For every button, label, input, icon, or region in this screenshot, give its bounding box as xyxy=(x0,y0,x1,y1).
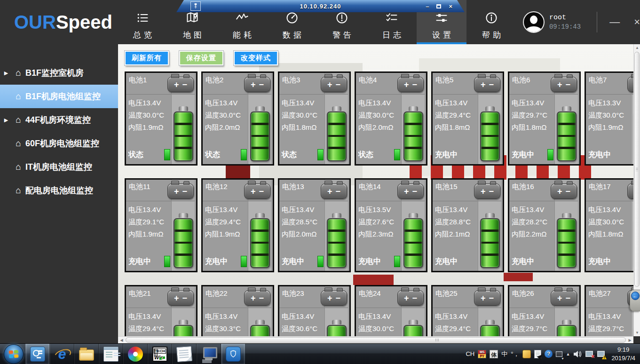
battery-card[interactable]: 电池11 电压13.4V 温度29.1°C 内阻1.9mΩ 充电中 +− xyxy=(125,178,198,272)
change-style-button[interactable]: 改变样式 xyxy=(234,51,278,65)
scroll-left-arrow[interactable]: ◀ xyxy=(118,337,125,344)
battery-terminals-icon: +− xyxy=(551,183,577,199)
horizontal-scroll-thumb[interactable] xyxy=(126,337,626,343)
battery-terminals-icon: +− xyxy=(627,183,633,199)
battery-card[interactable]: 电池3 电压13.4V 温度30.0°C 内阻1.8mΩ 状态 +− xyxy=(278,71,351,166)
battery-card[interactable]: 电池1 电压13.4V 温度30.0°C 内阻1.9mΩ 状态 +− xyxy=(125,71,198,166)
battery-level-icon xyxy=(174,325,193,336)
battery-card[interactable]: 电池25 电压13.4V 温度29.4°C 内阻2.0mΩ +− xyxy=(431,285,504,336)
sidebar-item-0[interactable]: ▶ ⌂ B1F监控室机房 xyxy=(0,61,118,85)
nav-tab-overview[interactable]: 总览 xyxy=(118,0,167,44)
battery-card[interactable]: 电池22 电压13.4V 温度30.3°C 内阻2.2mΩ +− xyxy=(201,285,274,336)
rdp-close-button[interactable]: × xyxy=(449,3,452,9)
taskbar-control-panel-button[interactable] xyxy=(25,344,50,364)
horizontal-scrollbar[interactable]: ◀ ▶ xyxy=(118,336,633,343)
battery-name: 电池24 xyxy=(356,286,401,308)
user-avatar[interactable] xyxy=(523,11,545,33)
battery-info-panel: 电池3 电压13.4V 温度30.0°C 内阻1.8mΩ 状态 xyxy=(279,73,324,164)
sidebar-item-2[interactable]: ▶ ⌂ 44F机房环境监控 xyxy=(0,108,118,132)
battery-card[interactable]: 电池21 电压13.4V 温度29.4°C 内阻1.6mΩ +− xyxy=(125,285,198,336)
sidebar-item-label: 配电房电池组监控 xyxy=(25,185,93,196)
clock-date: 2019/7/4 xyxy=(611,354,635,363)
battery-level-icon xyxy=(557,111,577,161)
battery-icon-panel: +− xyxy=(171,180,195,271)
battery-terminals-icon: +− xyxy=(244,183,270,199)
battery-name: 电池22 xyxy=(203,286,248,308)
battery-readings: 电压13.5V 温度27.6°C 内阻2.3mΩ xyxy=(356,201,401,240)
battery-resistance: 内阻1.9mΩ xyxy=(128,121,171,134)
expand-arrow-icon[interactable]: ▶ xyxy=(0,117,12,123)
battery-card[interactable]: 电池27 电压13.4V 温度29.7°C 内阻1.8mΩ +− xyxy=(585,285,633,336)
battery-card[interactable]: 电池15 电压13.4V 温度28.8°C 内阻2.1mΩ 充电中 +− xyxy=(431,178,504,272)
sidebar-item-label: 44F机房环境监控 xyxy=(25,114,91,126)
taskbar-wintech-button[interactable]: TECHWin xyxy=(148,344,172,364)
taskbar-window-app-button[interactable] xyxy=(99,344,123,364)
nav-tab-help[interactable]: 帮助 xyxy=(466,0,516,44)
ime-pinyin-icon[interactable]: MS PY xyxy=(478,350,486,358)
battery-card[interactable]: 电池12 电压13.4V 温度29.4°C 内阻1.9mΩ 充电中 +− xyxy=(201,178,274,272)
save-settings-button[interactable]: 保存设置 xyxy=(179,51,223,65)
collapse-left-arrow-icon[interactable]: ← xyxy=(631,292,640,300)
battery-card[interactable]: 电池4 电压13.4V 温度30.0°C 内阻2.0mΩ 状态 +− xyxy=(355,71,427,166)
scroll-up-arrow[interactable]: ▲ xyxy=(634,44,640,51)
battery-card[interactable]: 电池16 电压13.4V 温度28.2°C 内阻2.2mΩ 充电中 +− xyxy=(508,178,581,272)
battery-name: 电池5 xyxy=(433,73,478,95)
scroll-down-arrow[interactable]: ▼ xyxy=(634,329,640,336)
battery-voltage: 电压13.4V xyxy=(128,97,171,109)
ime-charset-icon[interactable]: 体 xyxy=(490,350,498,358)
tray-document-icon[interactable] xyxy=(534,350,541,358)
network-disconnected-icon[interactable]: × xyxy=(585,350,593,358)
tray-tools-icon[interactable] xyxy=(522,350,531,358)
expand-arrow-icon[interactable]: ▶ xyxy=(0,70,12,76)
battery-card[interactable]: 电池26 电压13.4V 温度29.7°C 内阻2.1mΩ +− xyxy=(508,285,581,336)
ime-mode-indicator[interactable]: 中 xyxy=(501,350,507,358)
taskbar-notepad-button[interactable] xyxy=(172,344,197,364)
taskbar-ie-button[interactable]: e xyxy=(50,344,74,364)
start-button[interactable] xyxy=(4,344,24,364)
battery-card[interactable]: 电池5 电压13.4V 温度29.4°C 内阻1.8mΩ 充电中 +− xyxy=(431,71,504,166)
tray-window-icon[interactable] xyxy=(556,351,562,357)
vertical-scroll-thumb[interactable] xyxy=(634,52,640,287)
battery-card[interactable]: 电池13 电压13.4V 温度28.5°C 内阻2.0mΩ 充电中 +− xyxy=(278,178,351,272)
network-warning-icon[interactable] xyxy=(597,350,605,358)
battery-card[interactable]: 电池6 电压13.4V 温度29.7°C 内阻1.8mΩ 充电中 +− xyxy=(508,71,581,166)
rdp-restore-button[interactable] xyxy=(436,4,441,8)
battery-card[interactable]: 电池14 电压13.5V 温度27.6°C 内阻2.3mΩ 充电中 +− xyxy=(355,178,427,272)
battery-level-icon xyxy=(403,111,423,161)
sidebar-item-1[interactable]: ▶ ⌂ B1F机房电池组监控 xyxy=(0,85,118,108)
battery-status-row: 状态 xyxy=(356,149,401,164)
taskbar-computer-button[interactable] xyxy=(197,344,221,364)
battery-info-panel: 电池17 电压13.4V 温度30.0°C 内阻1.8mΩ 充电中 xyxy=(586,180,631,271)
battery-status-row: 充电中 xyxy=(279,256,324,271)
battery-voltage: 电压13.3V xyxy=(588,97,631,109)
rdp-minimize-button[interactable]: – xyxy=(426,3,429,9)
app-close-button[interactable]: × xyxy=(634,17,640,27)
tray-help-icon[interactable]: ? xyxy=(545,350,553,358)
battery-card[interactable]: 电池2 电压13.4V 温度30.0°C 内阻2.0mΩ 状态 +− xyxy=(201,71,274,166)
battery-card[interactable]: 电池24 电压13.4V 温度30.0°C 内阻2.3mΩ +− xyxy=(355,285,427,336)
taskbar-explorer-button[interactable] xyxy=(74,344,99,364)
battery-card[interactable]: 电池17 电压13.4V 温度30.0°C 内阻1.8mΩ 充电中 +− xyxy=(585,178,633,272)
battery-temperature: 温度29.4°C xyxy=(435,109,478,121)
battery-level-icon xyxy=(327,325,347,336)
taskbar-color-app-button[interactable] xyxy=(123,344,148,364)
taskbar-clock[interactable]: 9:19 2019/7/4 xyxy=(611,346,635,362)
battery-card[interactable]: 电池7 电压13.3V 温度30.0°C 内阻1.9mΩ 充电中 +− xyxy=(585,71,633,166)
language-indicator[interactable]: CH xyxy=(466,350,474,357)
edge-collapse-tab[interactable]: ← xyxy=(630,290,640,311)
scroll-right-arrow[interactable]: ▶ xyxy=(626,337,633,344)
battery-name: 电池4 xyxy=(356,73,401,95)
battery-status-row: 充电中 xyxy=(126,256,171,271)
battery-icon-panel: +− xyxy=(554,73,578,164)
taskbar-shield-app-button[interactable] xyxy=(221,344,245,364)
sidebar-item-4[interactable]: ▶ ⌂ IT机房电池组监控 xyxy=(0,155,118,179)
show-hidden-icons-arrow[interactable]: ▲ xyxy=(566,352,570,356)
battery-card[interactable]: 电池23 电压13.4V 温度30.6°C 内阻1.8mΩ +− xyxy=(278,285,351,336)
battery-status-row: 充电中 xyxy=(356,256,401,271)
ime-punctuation-indicator[interactable]: °， xyxy=(511,350,519,358)
refresh-all-button[interactable]: 刷新所有 xyxy=(125,51,169,65)
volume-icon[interactable] xyxy=(573,350,582,358)
app-minimize-button[interactable]: — xyxy=(609,17,620,27)
sidebar-item-3[interactable]: ▶ ⌂ 60F机房电池组监控 xyxy=(0,132,118,155)
sidebar-item-5[interactable]: ▶ ⌂ 配电房电池组监控 xyxy=(0,179,118,202)
